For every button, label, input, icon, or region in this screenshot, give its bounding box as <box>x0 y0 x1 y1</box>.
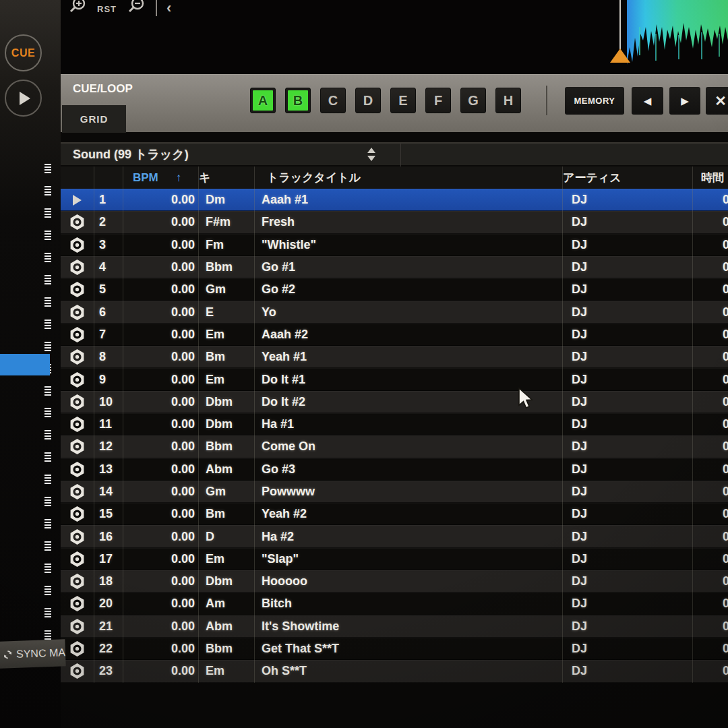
cue-button[interactable]: CUE <box>5 34 42 71</box>
mini-list-selection[interactable] <box>0 354 50 375</box>
track-bpm: 0.00 <box>123 413 199 435</box>
memory-next-button[interactable]: ▶ <box>669 87 700 115</box>
table-row[interactable]: 15 0.00 Bm Yeah #2 DJ 0 <box>61 503 728 525</box>
rekordbox-track-icon <box>69 326 86 343</box>
track-waveform[interactable] <box>626 0 728 71</box>
toolbar-divider <box>156 0 157 16</box>
table-row[interactable]: 3 0.00 Fm "Whistle" DJ 0 <box>61 234 728 256</box>
track-time: 0 <box>693 458 728 481</box>
track-time: 0 <box>693 211 728 233</box>
track-bpm: 0.00 <box>123 638 199 660</box>
close-button[interactable]: ✕ <box>706 87 728 115</box>
track-title: Go #1 <box>255 256 563 278</box>
track-time: 0 <box>693 638 728 660</box>
track-time: 0 <box>693 481 728 503</box>
mouse-cursor <box>518 388 535 413</box>
table-row[interactable]: 13 0.00 Abm Go #3 DJ 0 <box>61 458 728 481</box>
track-number: 13 <box>94 458 123 481</box>
table-row[interactable]: 18 0.00 Dbm Hooooo DJ 0 <box>61 570 728 593</box>
hot-cue-b[interactable]: B <box>285 88 311 113</box>
track-key: E <box>199 301 255 323</box>
track-number: 1 <box>94 189 123 211</box>
track-number: 8 <box>94 346 123 368</box>
chevron-left-icon[interactable]: ‹ <box>166 0 171 17</box>
tab-grid[interactable]: GRID <box>62 105 126 133</box>
table-row[interactable]: 1 0.00 Dm Aaah #1 DJ 0 <box>61 189 728 211</box>
rekordbox-track-icon <box>69 551 86 568</box>
column-title[interactable]: トラックタイトル <box>255 166 563 189</box>
table-row[interactable]: 11 0.00 Dbm Ha #1 DJ 0 <box>61 413 728 435</box>
table-row[interactable]: 23 0.00 Em Oh S**T DJ 0 <box>61 660 728 682</box>
table-row[interactable]: 7 0.00 Em Aaah #2 DJ 0 <box>61 324 728 346</box>
table-row[interactable]: 2 0.00 F#m Fresh DJ 0 <box>61 211 728 233</box>
track-artist: DJ <box>563 481 693 503</box>
table-row[interactable]: 16 0.00 D Ha #2 DJ 0 <box>61 525 728 547</box>
table-row[interactable]: 17 0.00 Em "Slap" DJ 0 <box>61 548 728 570</box>
track-number: 4 <box>94 256 123 278</box>
column-artist[interactable]: アーティス <box>563 166 693 189</box>
column-bpm[interactable]: BPM ↑ <box>123 166 199 189</box>
track-time: 0 <box>693 234 728 256</box>
playlist-header[interactable]: Sound (99 トラック) <box>61 142 728 165</box>
hot-cue-g[interactable]: G <box>460 88 486 113</box>
deck-display-area: RST ‹ <box>61 0 728 74</box>
hot-cue-a[interactable]: A <box>250 88 276 113</box>
hot-cue-bank: ABCDEFGH <box>250 88 521 113</box>
track-number: 9 <box>94 368 123 390</box>
column-number[interactable] <box>94 166 123 189</box>
hot-cue-e[interactable]: E <box>390 88 416 113</box>
zoom-in-icon[interactable] <box>67 0 88 18</box>
memory-button[interactable]: MEMORY <box>565 87 624 115</box>
table-row[interactable]: 20 0.00 Am Bitch DJ 0 <box>61 593 728 615</box>
table-row[interactable]: 14 0.00 Gm Powwww DJ 0 <box>61 481 728 503</box>
table-row[interactable]: 22 0.00 Bbm Get That S**T DJ 0 <box>61 638 728 660</box>
track-artist: DJ <box>563 324 693 346</box>
zoom-out-icon[interactable] <box>126 0 146 18</box>
hot-cue-h[interactable]: H <box>495 88 521 113</box>
rekordbox-track-icon <box>69 618 86 635</box>
rekordbox-track-icon <box>69 348 86 365</box>
track-bpm: 0.00 <box>123 593 199 615</box>
sync-manager-bar[interactable]: SYNC MA <box>0 639 66 668</box>
column-time[interactable]: 時間 <box>693 166 728 189</box>
table-row[interactable]: 4 0.00 Bbm Go #1 DJ 0 <box>61 256 728 278</box>
track-time: 0 <box>693 525 728 547</box>
table-row[interactable]: 8 0.00 Bm Yeah #1 DJ 0 <box>61 346 728 368</box>
track-time: 0 <box>693 324 728 346</box>
table-row[interactable]: 6 0.00 E Yo DJ 0 <box>61 301 728 323</box>
track-bpm: 0.00 <box>123 435 199 458</box>
playing-track-icon <box>73 195 82 206</box>
table-row[interactable]: 12 0.00 Bbm Come On DJ 0 <box>61 435 728 458</box>
zoom-reset-button[interactable]: RST <box>97 0 117 14</box>
table-row[interactable]: 9 0.00 Em Do It #1 DJ 0 <box>61 368 728 390</box>
track-title: Ha #2 <box>255 525 563 547</box>
track-time: 0 <box>693 435 728 458</box>
track-time: 0 <box>693 548 728 570</box>
table-row[interactable]: 21 0.00 Abm It's Showtime DJ 0 <box>61 615 728 638</box>
hot-cue-f[interactable]: F <box>425 88 451 113</box>
track-artist: DJ <box>563 593 693 615</box>
track-artist: DJ <box>563 368 693 390</box>
track-title: Do It #2 <box>255 391 563 413</box>
rekordbox-track-icon <box>69 371 86 388</box>
track-title: Go #2 <box>255 278 563 301</box>
hot-cue-d[interactable]: D <box>355 88 381 113</box>
track-title: Fresh <box>255 211 563 233</box>
play-icon <box>20 92 30 105</box>
expand-collapse-icon[interactable] <box>367 148 375 161</box>
play-button[interactable] <box>5 80 42 117</box>
playlist-title: Sound (99 トラック) <box>61 146 189 162</box>
track-time: 0 <box>693 368 728 390</box>
track-key: Dbm <box>199 391 255 413</box>
track-bpm: 0.00 <box>123 211 199 233</box>
rekordbox-track-icon <box>69 281 86 298</box>
rekordbox-track-icon <box>69 573 86 590</box>
column-key[interactable]: キ <box>199 166 255 189</box>
rekordbox-track-icon <box>69 528 86 545</box>
track-key: Gm <box>199 278 255 301</box>
table-row[interactable]: 5 0.00 Gm Go #2 DJ 0 <box>61 278 728 301</box>
memory-prev-button[interactable]: ◀ <box>632 87 663 115</box>
hot-cue-c[interactable]: C <box>320 88 346 113</box>
table-row[interactable]: 10 0.00 Dbm Do It #2 DJ 0 <box>61 391 728 413</box>
track-key: Bm <box>199 346 255 368</box>
